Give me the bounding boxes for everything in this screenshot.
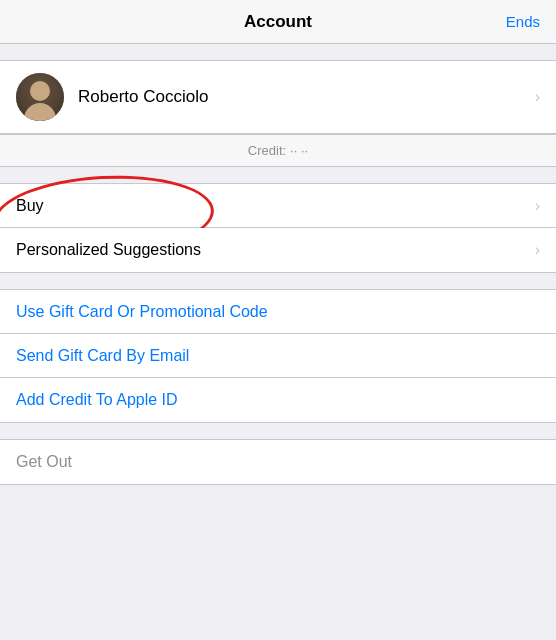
gift-section: Use Gift Card Or Promotional Code Send G… bbox=[0, 289, 556, 423]
buy-row[interactable]: Buy › bbox=[0, 184, 556, 228]
buy-chevron-icon: › bbox=[535, 197, 540, 215]
personalized-row[interactable]: Personalized Suggestions › bbox=[0, 228, 556, 272]
add-credit-label: Add Credit To Apple ID bbox=[16, 391, 540, 409]
page-title: Account bbox=[244, 12, 312, 32]
get-out-row[interactable]: Get Out bbox=[0, 440, 556, 484]
gift-table: Use Gift Card Or Promotional Code Send G… bbox=[0, 289, 556, 423]
avatar bbox=[16, 73, 64, 121]
send-gift-label: Send Gift Card By Email bbox=[16, 347, 540, 365]
user-section: Roberto Cocciolo › bbox=[0, 60, 556, 134]
gift-card-row[interactable]: Use Gift Card Or Promotional Code bbox=[0, 290, 556, 334]
getout-table: Get Out bbox=[0, 439, 556, 485]
get-out-label: Get Out bbox=[16, 453, 72, 471]
getout-section: Get Out bbox=[0, 439, 556, 485]
credit-row: Credit: ·· ·· bbox=[0, 134, 556, 167]
avatar-image bbox=[16, 73, 64, 121]
buy-label: Buy bbox=[16, 197, 527, 215]
user-name: Roberto Cocciolo bbox=[78, 87, 527, 107]
credit-label: Credit: bbox=[248, 143, 286, 158]
add-credit-row[interactable]: Add Credit To Apple ID bbox=[0, 378, 556, 422]
user-row[interactable]: Roberto Cocciolo › bbox=[0, 61, 556, 133]
main-table: Buy › Personalized Suggestions › bbox=[0, 183, 556, 273]
send-gift-row[interactable]: Send Gift Card By Email bbox=[0, 334, 556, 378]
personalized-chevron-icon: › bbox=[535, 241, 540, 259]
credit-value: ·· ·· bbox=[290, 143, 308, 158]
user-info: Roberto Cocciolo bbox=[78, 87, 527, 107]
header: Account Ends bbox=[0, 0, 556, 44]
user-table: Roberto Cocciolo › bbox=[0, 60, 556, 134]
personalized-label: Personalized Suggestions bbox=[16, 241, 527, 259]
gift-card-label: Use Gift Card Or Promotional Code bbox=[16, 303, 540, 321]
chevron-icon: › bbox=[535, 88, 540, 106]
header-right-button[interactable]: Ends bbox=[506, 13, 540, 30]
buy-row-container: Buy › bbox=[0, 184, 556, 228]
main-section: Buy › Personalized Suggestions › bbox=[0, 183, 556, 273]
